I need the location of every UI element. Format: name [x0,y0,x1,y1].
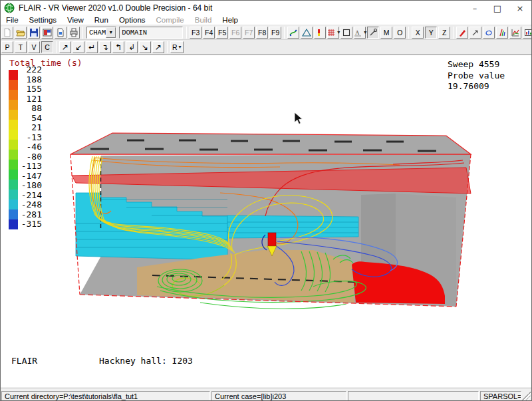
mesh-toggle-button[interactable] [301,27,313,39]
tilt-down-button[interactable]: ↲ [126,41,138,53]
image-capture-icon [43,28,52,37]
legend-label: 54 [10,114,42,124]
legend-label: -214 [10,191,42,201]
rotate-up-right-button[interactable]: ↗ [59,41,71,53]
legend-label: 222 [10,65,42,75]
status-bar: Current directory=P:\test\tutorials\fla_… [1,390,531,401]
window-title: FLAIR - VR Viewer 2020 v1.0 Double Preci… [19,3,212,13]
legend-label: 121 [10,94,42,104]
axis-x-button[interactable]: X [412,27,424,39]
turn-left-button[interactable]: ↵ [86,41,98,53]
outline-box-icon [342,28,351,37]
view-v-button[interactable]: V [28,41,40,53]
open-folder-icon [16,28,25,37]
polygon-select-button[interactable] [483,27,495,39]
framed-chart-icon [524,28,532,37]
chevron-down-icon[interactable]: ▾ [179,44,182,50]
resize-grip[interactable] [522,392,531,400]
annotation-button[interactable]: A▾ [354,27,366,39]
menu-build: Build [190,16,217,24]
domain-input[interactable] [119,27,183,39]
legend-label: -147 [10,172,42,182]
triangle-mesh-icon [302,28,311,37]
zoom-out-button[interactable]: ↘ [139,41,151,53]
fkey-f4-button[interactable]: F4 [203,27,215,39]
export-page-button[interactable] [55,27,66,39]
view-p-button[interactable]: P [1,41,13,53]
new-document-icon [3,28,12,37]
minimize-button[interactable]: – [464,1,486,15]
result-table-button[interactable] [523,27,532,39]
main-toolbar: CHAM ▾ F3 F4 F5 F6 F7 F8 F9 ▾ A▾ M O X Y… [1,25,531,40]
legend-label: -248 [10,200,42,210]
open-file-button[interactable] [15,27,27,39]
menu-file[interactable]: File [1,16,24,24]
menu-compile: Compile [151,16,190,24]
menu-run[interactable]: Run [89,16,114,24]
view-t-button[interactable]: T [15,41,27,53]
probe-readout: Sweep 4559Probe value19.76009 [448,59,505,92]
ceiling [70,133,471,154]
lasso-icon [484,28,493,37]
fkey-f6-button: F6 [229,27,241,39]
axis-z-button[interactable]: Z [438,27,450,39]
plot-graph-button[interactable] [509,27,521,39]
fkey-f9-button[interactable]: F9 [269,27,281,39]
probe-icon [368,28,378,37]
zoom-in-button[interactable]: ↗ [152,41,164,53]
status-directory: Current directory=P:\test\tutorials\fla_… [1,391,210,401]
streamline-button[interactable] [287,27,299,39]
fkey-f5-button[interactable]: F5 [216,27,228,39]
app-window: FLAIR - VR Viewer 2020 v1.0 Double Preci… [0,0,532,401]
legend-label: 155 [10,84,42,94]
grid-icon [327,28,336,37]
chevron-down-icon[interactable]: ▾ [364,29,366,35]
chevron-down-icon[interactable]: ▾ [106,27,116,38]
mirror-button[interactable]: M [380,27,392,39]
vector-button[interactable] [469,27,481,39]
menu-options[interactable]: Options [114,16,151,24]
scene-canvas[interactable] [1,57,532,387]
wireframe-button[interactable] [340,27,352,39]
reset-view-button[interactable]: R▾ [170,41,184,53]
view-toolbar: P T V C ↗ ↙ ↵ ↴ ↰ ↲ ↘ ↗ R▾ [1,40,531,55]
grid-button[interactable]: ▾ [327,27,339,39]
axis-y-button[interactable]: Y [425,27,437,39]
fkey-f8-button[interactable]: F8 [256,27,268,39]
maximize-button[interactable]: □ [486,1,509,15]
menu-view[interactable]: View [62,16,89,24]
turn-right-button[interactable]: ↴ [99,41,111,53]
probe-value-label: Probe value [448,70,505,80]
menu-help[interactable]: Help [217,16,243,24]
probe-tool-button[interactable] [367,27,379,39]
legend-label: 88 [10,104,42,114]
probe-value: 19.76009 [448,81,489,91]
close-button[interactable]: × [509,1,531,15]
legend-label: -113 [10,162,42,172]
3d-viewport[interactable]: Total time (s) 222188155121885421-13-46-… [1,55,532,388]
streamline-icon [289,28,298,37]
print-button[interactable] [68,27,80,39]
chevron-down-icon[interactable]: ▾ [337,29,340,35]
rotate-down-left-button[interactable]: ↙ [72,41,84,53]
menu-settings[interactable]: Settings [24,16,63,24]
tilt-up-button[interactable]: ↰ [112,41,124,53]
capture-image-button[interactable] [41,27,53,39]
contour-button[interactable] [314,27,326,39]
color-pencil-button[interactable] [496,27,508,39]
status-empty [348,391,479,401]
legend-label: -46 [10,142,42,152]
color-pencil-icon [497,28,507,37]
draw-pen-button[interactable] [456,27,468,39]
fkey-f3-button[interactable]: F3 [190,27,201,39]
title-bar: FLAIR - VR Viewer 2020 v1.0 Double Preci… [1,1,531,15]
mouse-cursor [294,112,303,125]
model-combobox[interactable]: CHAM ▾ [86,27,116,39]
save-button[interactable] [28,27,40,39]
view-c-button[interactable]: C [41,41,53,53]
legend-label: 21 [10,123,42,133]
origin-button[interactable]: O [394,27,406,39]
new-file-button[interactable] [1,27,13,39]
legend-label: -13 [10,133,42,143]
line-chart-icon [511,28,520,37]
